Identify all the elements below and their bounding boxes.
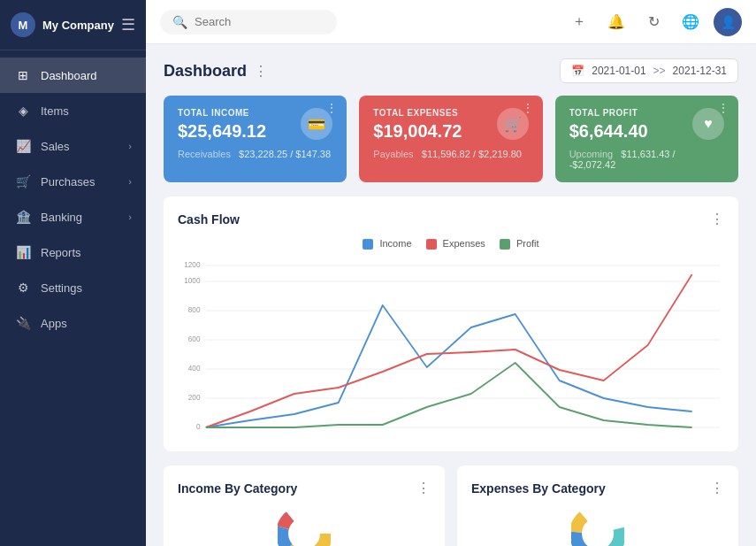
apps-icon: 🔌 xyxy=(14,316,32,330)
search-box[interactable]: 🔍 xyxy=(160,10,337,35)
expenses-legend: Expenses xyxy=(426,238,485,250)
expenses-sub: Payables $11,596.82 / $2,219.80 xyxy=(373,149,528,159)
receivables-label: Receivables xyxy=(178,149,231,159)
sidebar: M My Company ☰ ⊞ Dashboard ◈ Items 📈 Sal… xyxy=(0,0,146,546)
dashboard-header: Dashboard ⋮ 📅 2021-01-01 >> 2021-12-31 xyxy=(164,58,738,83)
payables-label: Payables xyxy=(373,149,413,159)
calendar-icon: 📅 xyxy=(571,65,584,77)
content-area: Dashboard ⋮ 📅 2021-01-01 >> 2021-12-31 ⋮… xyxy=(146,44,756,546)
cashflow-header: Cash Flow ⋮ xyxy=(178,211,724,227)
sidebar-item-label: Banking xyxy=(41,211,82,224)
sidebar-item-purchases[interactable]: 🛒 Purchases › xyxy=(0,164,146,199)
banking-icon: 🏦 xyxy=(14,210,32,224)
expenses-legend-dot xyxy=(426,239,437,250)
income-category-menu-icon[interactable]: ⋮ xyxy=(416,480,431,496)
sidebar-item-apps[interactable]: 🔌 Apps xyxy=(0,305,146,341)
reports-icon: 📊 xyxy=(14,245,32,259)
main-area: 🔍 ＋ 🔔 ↻ 🌐 👤 Dashboard ⋮ 📅 2021-01-01 >> … xyxy=(146,0,756,546)
svg-text:800: 800 xyxy=(188,305,201,314)
cashflow-chart: 0 200 400 600 800 1000 1200 Jan 2021 Feb… xyxy=(178,257,724,434)
date-end: 2021-12-31 xyxy=(673,65,727,77)
search-input[interactable] xyxy=(195,15,309,28)
sidebar-item-sales[interactable]: 📈 Sales › xyxy=(0,128,146,164)
income-legend: Income xyxy=(363,238,411,250)
company-logo: M xyxy=(11,12,35,37)
svg-text:1200: 1200 xyxy=(184,260,200,269)
receivables-value: $23,228.25 / $147.38 xyxy=(239,149,331,159)
date-arrow: >> xyxy=(653,65,666,77)
sidebar-item-label: Apps xyxy=(41,317,67,330)
expenses-legend-label: Expenses xyxy=(443,238,485,249)
sidebar-item-dashboard[interactable]: ⊞ Dashboard xyxy=(0,58,146,93)
refresh-icon[interactable]: ↻ xyxy=(639,8,668,36)
sidebar-item-settings[interactable]: ⚙ Settings xyxy=(0,270,146,305)
notifications-icon[interactable]: 🔔 xyxy=(602,8,630,36)
income-pie-chart xyxy=(278,507,331,546)
profit-sub: Upcoming $11,631.43 / -$2,072.42 xyxy=(569,149,724,170)
sidebar-item-label: Reports xyxy=(41,246,81,259)
date-start: 2021-01-01 xyxy=(592,65,645,77)
profit-label: TOTAL PROFIT xyxy=(569,108,724,118)
add-button[interactable]: ＋ xyxy=(565,8,593,36)
cashflow-title: Cash Flow xyxy=(178,212,710,227)
expenses-category-title: Expenses By Category xyxy=(471,481,710,496)
bottom-panels: Income By Category ⋮ Expenses By Categor… xyxy=(164,465,738,546)
cashflow-panel: Cash Flow ⋮ Income Expenses Profit xyxy=(164,196,738,451)
topbar: 🔍 ＋ 🔔 ↻ 🌐 👤 xyxy=(146,0,756,44)
company-name: My Company xyxy=(42,19,121,32)
dashboard-icon: ⊞ xyxy=(14,68,32,82)
sidebar-item-label: Dashboard xyxy=(41,69,97,82)
profit-legend-dot xyxy=(500,239,510,250)
avatar[interactable]: 👤 xyxy=(714,8,742,36)
profit-card: ⋮ ♥ TOTAL PROFIT $6,644.40 Upcoming $11,… xyxy=(555,96,738,182)
sidebar-item-banking[interactable]: 🏦 Banking › xyxy=(0,199,146,235)
sidebar-item-label: Settings xyxy=(41,281,82,295)
expenses-category-menu-icon[interactable]: ⋮ xyxy=(710,480,724,496)
sidebar-nav: ⊞ Dashboard ◈ Items 📈 Sales › 🛒 Purchase… xyxy=(0,50,146,546)
chevron-right-icon: › xyxy=(128,211,132,222)
svg-text:400: 400 xyxy=(188,364,201,373)
income-sub: Receivables $23,228.25 / $147.38 xyxy=(178,149,332,159)
search-icon: 🔍 xyxy=(172,15,187,29)
income-label: TOTAL INCOME xyxy=(178,108,332,118)
expenses-chart-placeholder xyxy=(471,507,724,546)
svg-text:1000: 1000 xyxy=(184,276,200,285)
payables-value: $11,596.82 / $2,219.80 xyxy=(422,149,522,159)
settings-icon: ⚙ xyxy=(14,281,32,295)
summary-cards: ⋮ 💳 TOTAL INCOME $25,649.12 Receivables … xyxy=(164,96,738,182)
globe-icon[interactable]: 🌐 xyxy=(676,8,705,36)
sidebar-item-items[interactable]: ◈ Items xyxy=(0,93,146,128)
income-category-title: Income By Category xyxy=(178,481,416,496)
sidebar-item-label: Purchases xyxy=(41,175,95,188)
income-category-header: Income By Category ⋮ xyxy=(178,480,431,496)
date-range-picker[interactable]: 📅 2021-01-01 >> 2021-12-31 xyxy=(560,58,738,83)
profit-legend: Profit xyxy=(500,238,539,250)
chart-legend: Income Expenses Profit xyxy=(178,238,724,250)
expenses-card: ⋮ 🛒 TOTAL EXPENSES $19,004.72 Payables $… xyxy=(359,96,542,182)
income-chart-placeholder xyxy=(178,507,431,546)
page-title: Dashboard xyxy=(164,62,247,81)
expenses-label: TOTAL EXPENSES xyxy=(373,108,528,118)
hamburger-icon[interactable]: ☰ xyxy=(121,15,135,35)
upcoming-label: Upcoming xyxy=(569,149,614,159)
income-by-category-panel: Income By Category ⋮ xyxy=(164,465,445,546)
svg-text:200: 200 xyxy=(188,393,201,402)
income-legend-dot xyxy=(363,239,373,250)
profit-legend-label: Profit xyxy=(516,238,539,249)
sidebar-item-label: Items xyxy=(41,104,69,118)
sales-icon: 📈 xyxy=(14,139,32,153)
chevron-right-icon: › xyxy=(128,176,132,187)
dashboard-menu-icon[interactable]: ⋮ xyxy=(254,63,268,80)
income-legend-label: Income xyxy=(379,238,411,249)
items-icon: ◈ xyxy=(14,104,32,118)
sidebar-item-reports[interactable]: 📊 Reports xyxy=(0,235,146,270)
expenses-category-header: Expenses By Category ⋮ xyxy=(471,480,724,496)
svg-text:600: 600 xyxy=(188,335,201,343)
chevron-right-icon: › xyxy=(128,141,132,151)
svg-text:0: 0 xyxy=(196,422,201,431)
cashflow-menu-icon[interactable]: ⋮ xyxy=(710,211,724,227)
purchases-icon: 🛒 xyxy=(14,174,32,188)
expenses-by-category-panel: Expenses By Category ⋮ xyxy=(457,465,738,546)
expenses-pie-chart xyxy=(571,507,624,546)
sidebar-item-label: Sales xyxy=(41,140,70,153)
